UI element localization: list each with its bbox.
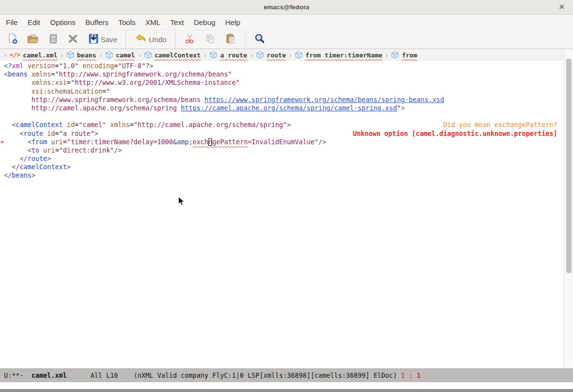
code-line[interactable]: » <from uri="timer:timerName?delay=1000&… <box>0 138 564 146</box>
code-token: http://www.springframework.org/schema/be… <box>31 96 204 104</box>
code-token: route <box>27 155 47 162</box>
code-line[interactable]: xmlns:xsi="http://www.w3.org/2001/XMLSch… <box>0 78 564 87</box>
breadcrumb-item-camel-xml[interactable]: </>camel.xml <box>10 52 57 59</box>
code-line[interactable]: </beans> <box>0 171 564 180</box>
cube-icon <box>391 51 399 59</box>
copy-button[interactable] <box>200 31 220 48</box>
open-file-button[interactable] <box>23 31 43 48</box>
code-line[interactable]: xsi:schemaLocation=" <box>0 87 564 96</box>
breadcrumb-item-from-timer-timername[interactable]: from timer:timerName <box>295 51 382 59</box>
code-token: "http://www.w3.org/2001/XMLSchema-instan… <box>71 79 240 86</box>
menu-item-options[interactable]: Options <box>45 15 81 30</box>
code-token: xmlns <box>110 121 130 129</box>
scissors-icon <box>184 33 195 47</box>
warning-count: 1 <box>417 372 421 379</box>
new-file-icon <box>7 33 18 47</box>
code-token: > <box>401 105 405 112</box>
menu-item-text[interactable]: Text <box>165 15 189 30</box>
breadcrumb-item-from[interactable]: from <box>391 51 417 59</box>
scrollbar-thumb[interactable] <box>566 58 572 273</box>
menu-item-buffers[interactable]: Buffers <box>81 15 113 30</box>
code-token <box>4 163 12 171</box>
close-window-button[interactable]: × <box>556 2 567 13</box>
undo-button[interactable]: Undo <box>130 31 171 48</box>
code-line[interactable]: <to uri="direct:drink"/> <box>0 146 564 155</box>
breadcrumb: ›</>camel.xml›beans›camel›camelContext›a… <box>0 49 564 61</box>
code-token: = <box>67 79 71 86</box>
echo-area-minibuffer[interactable] <box>0 382 573 389</box>
menu-item-debug[interactable]: Debug <box>189 15 220 30</box>
code-token: beans <box>8 71 27 78</box>
menu-item-xml[interactable]: XML <box>140 15 165 30</box>
save-button[interactable]: Save <box>83 31 122 48</box>
emacs-window: emacs@fedora × FileEditOptionsBuffersToo… <box>0 0 573 392</box>
code-token <box>4 88 31 95</box>
save-button-label: Save <box>101 35 117 44</box>
code-token: uri <box>43 147 55 154</box>
cube-icon <box>144 51 152 59</box>
paste-button[interactable] <box>220 31 241 48</box>
code-token: version <box>27 62 55 70</box>
code-token: </ <box>12 163 20 171</box>
code-line[interactable]: </camelContext> <box>0 163 564 171</box>
code-line[interactable]: <beans xmlns="http://www.springframework… <box>0 70 564 78</box>
code-line[interactable]: http://www.springframework.org/schema/be… <box>0 96 564 104</box>
code-token: " <box>397 105 401 112</box>
menu-item-file[interactable]: File <box>1 15 23 30</box>
close-buffer-button[interactable] <box>63 31 83 48</box>
dired-button[interactable] <box>43 31 63 48</box>
menu-item-edit[interactable]: Edit <box>23 15 45 30</box>
code-token <box>24 62 27 70</box>
code-line[interactable]: <?xml version="1.0" encoding="UTF-8"?> <box>0 62 564 70</box>
code-line[interactable]: </route> <box>0 155 564 163</box>
breadcrumb-item-route[interactable]: route <box>256 51 286 59</box>
code-token: "timer:timerName?delay=1000 <box>67 138 173 146</box>
breadcrumb-item-camelcontext[interactable]: camelContext <box>144 51 201 59</box>
code-line[interactable] <box>0 112 564 121</box>
code-token: < <box>4 71 8 78</box>
code-token: < <box>20 130 24 137</box>
code-token: < <box>27 138 31 146</box>
toolbar: Save Undo <box>0 30 573 49</box>
code-token <box>43 130 47 137</box>
breadcrumb-label: from <box>402 52 417 59</box>
code-buffer[interactable]: <?xml version="1.0" encoding="UTF-8"?><b… <box>0 61 564 368</box>
cut-button[interactable] <box>179 31 200 48</box>
code-token: &amp; <box>173 138 192 146</box>
error-fringe-indicator-icon: » <box>0 138 3 146</box>
code-line[interactable]: http://camel.apache.org/schema/spring ht… <box>0 104 564 112</box>
chevron-separator-icon: › <box>99 52 103 59</box>
cube-icon <box>105 51 113 59</box>
chevron-separator-icon: › <box>3 52 7 59</box>
code-line[interactable]: <camelContext id="camel" xmlns="http://c… <box>0 121 564 129</box>
code-token: "UTF-8" <box>118 62 145 70</box>
cube-icon <box>256 51 264 59</box>
code-token: " <box>106 88 110 95</box>
code-token: id <box>67 121 75 129</box>
menu-item-help[interactable]: Help <box>220 15 246 30</box>
toolbar-separator <box>245 30 246 49</box>
code-token: = <box>55 147 59 154</box>
code-token <box>63 121 67 129</box>
breadcrumb-label: beans <box>77 52 96 59</box>
open-folder-icon <box>27 33 39 47</box>
vertical-scrollbar[interactable] <box>564 49 573 368</box>
toolbar-separator <box>175 30 175 49</box>
close-x-icon <box>67 33 79 46</box>
code-line[interactable]: <route id="a route">Unknown option [came… <box>0 130 564 138</box>
breadcrumb-item-a-route[interactable]: a route <box>209 51 247 59</box>
code-token: < <box>12 121 16 129</box>
breadcrumb-item-camel[interactable]: camel <box>105 51 135 59</box>
breadcrumb-item-beans[interactable]: beans <box>66 51 96 59</box>
menu-item-tools[interactable]: Tools <box>113 15 140 30</box>
inline-error-annotation: Unknown option [camel.diagnostic.unknown… <box>353 130 557 138</box>
mode-line[interactable]: U:**- camel.xml All L10 (nXML Valid comp… <box>0 368 573 382</box>
active-modes: (nXML Valid company FlyC:1|0 LSP[xmlls:3… <box>134 372 401 379</box>
code-token: xml <box>12 62 24 70</box>
breadcrumb-label: route <box>267 52 286 59</box>
code-token: to <box>31 147 39 154</box>
search-button[interactable] <box>249 31 270 48</box>
new-file-button[interactable] <box>3 31 23 48</box>
copy-icon <box>204 33 216 47</box>
code-token: https://camel.apache.org/schema/spring/c… <box>181 105 397 112</box>
